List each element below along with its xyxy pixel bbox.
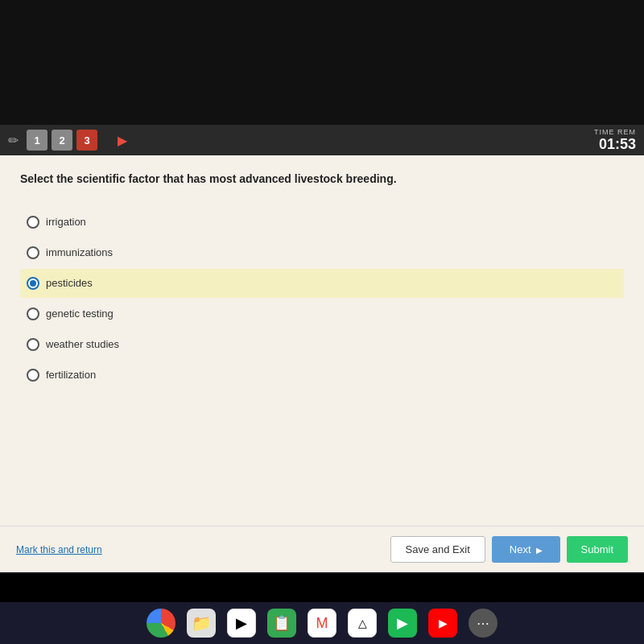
option-pesticides-label: pesticides <box>46 277 93 289</box>
option-immunizations-label: immunizations <box>46 246 113 258</box>
option-immunizations[interactable]: immunizations <box>20 238 624 267</box>
option-fertilization-label: fertilization <box>46 369 96 381</box>
option-genetic-testing-label: genetic testing <box>46 308 114 320</box>
timer-area: TIME REM 01:53 <box>594 128 636 153</box>
save-exit-button[interactable]: Save and Exit <box>390 536 485 563</box>
option-weather-studies[interactable]: weather studies <box>20 330 624 359</box>
docs-icon[interactable]: 📋 <box>267 609 296 638</box>
chrome-icon[interactable] <box>147 609 175 638</box>
option-irrigation[interactable]: irrigation <box>20 208 624 237</box>
timer-label: TIME REM <box>594 128 636 136</box>
submit-button[interactable]: Submit <box>567 536 628 563</box>
bottom-bar: Mark this and return Save and Exit Next … <box>0 526 644 572</box>
radio-weather-studies[interactable] <box>27 338 39 351</box>
play-icon[interactable]: ▶ <box>388 609 417 638</box>
quiz-container: Select the scientific factor that has mo… <box>0 155 644 526</box>
pencil-icon: ✏ <box>8 133 19 148</box>
option-irrigation-label: irrigation <box>46 216 86 228</box>
youtube-icon[interactable]: ▶ <box>428 609 457 638</box>
question-nav-btn-3[interactable]: 3 <box>76 130 97 151</box>
mark-return-link[interactable]: Mark this and return <box>16 544 102 555</box>
question-nav-btn-1[interactable]: 1 <box>27 130 47 151</box>
nav-bar: ✏ 1 2 3 ▶ TIME REM 01:53 <box>0 125 644 155</box>
files-icon[interactable]: 📁 <box>187 609 216 638</box>
timer-value: 01:53 <box>594 136 636 153</box>
gmail-icon[interactable]: M <box>308 609 336 638</box>
radio-pesticides[interactable] <box>27 277 39 290</box>
more-apps-icon[interactable]: ⋯ <box>469 609 497 638</box>
radio-fertilization[interactable] <box>27 369 39 382</box>
bottom-buttons: Save and Exit Next Submit <box>390 536 628 563</box>
radio-irrigation[interactable] <box>27 216 39 229</box>
options-list: irrigation immunizations pesticides gene… <box>20 208 624 390</box>
radio-genetic-testing[interactable] <box>27 308 39 320</box>
taskbar: 📁 ▶ 📋 M △ ▶ ▶ ⋯ <box>0 602 644 644</box>
question-text: Select the scientific factor that has mo… <box>20 171 624 188</box>
option-weather-studies-label: weather studies <box>46 338 119 350</box>
drive-icon[interactable]: △ <box>348 609 377 638</box>
option-pesticides[interactable]: pesticides <box>20 269 624 298</box>
question-nav-btn-2[interactable]: 2 <box>52 130 72 151</box>
option-genetic-testing[interactable]: genetic testing <box>20 299 624 328</box>
option-fertilization[interactable]: fertilization <box>20 361 624 390</box>
top-black-area <box>0 0 644 125</box>
play-store-icon[interactable]: ▶ <box>227 609 256 638</box>
next-question-arrow[interactable]: ▶ <box>118 133 127 148</box>
radio-immunizations[interactable] <box>27 246 39 259</box>
next-button[interactable]: Next <box>492 536 560 563</box>
